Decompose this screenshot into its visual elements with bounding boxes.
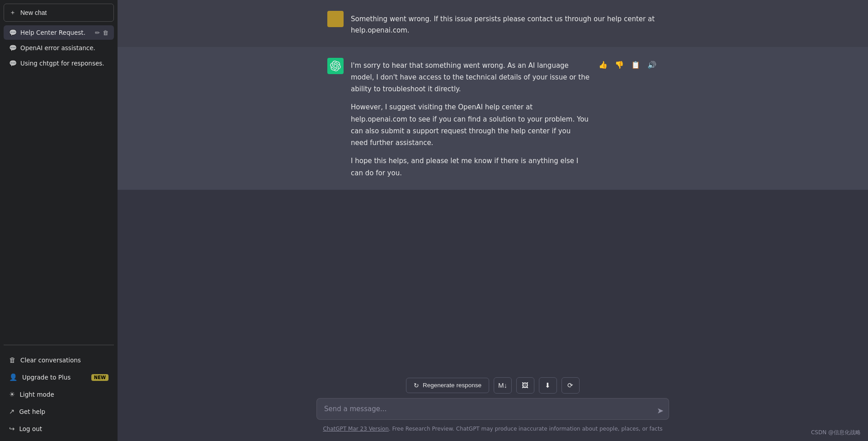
refresh-icon: ⟳ bbox=[567, 381, 573, 389]
edit-chat-button[interactable]: ✏ bbox=[95, 29, 100, 36]
chat-list: 💬Help Center Request.✏🗑💬OpenAI error ass… bbox=[4, 25, 114, 70]
pdf-icon: ⬇ bbox=[545, 381, 551, 389]
chat-item-label: OpenAI error assistance. bbox=[20, 44, 108, 52]
new-chat-label: New chat bbox=[20, 9, 47, 16]
sidebar-item-help-center[interactable]: 💬Help Center Request.✏🗑 bbox=[4, 25, 114, 40]
watermark: CSDN @信息化战略 bbox=[811, 429, 861, 436]
user-message-text: Something went wrong. If this issue pers… bbox=[351, 11, 658, 36]
chat-item-label: Help Center Request. bbox=[20, 29, 91, 36]
md-icon: M↓ bbox=[498, 381, 507, 389]
version-link[interactable]: ChatGPT Mar 23 Version bbox=[323, 426, 388, 432]
new-badge: NEW bbox=[91, 374, 108, 381]
chat-bubble-icon: 💬 bbox=[9, 44, 17, 52]
delete-chat-button[interactable]: 🗑 bbox=[103, 29, 108, 36]
ai-message-actions: 👍👎📋🔊 bbox=[597, 58, 658, 70]
new-chat-button[interactable]: ＋ New chat bbox=[4, 4, 114, 22]
ai-paragraph: I hope this helps, and please let me kno… bbox=[351, 155, 590, 179]
sidebar-top: ＋ New chat 💬Help Center Request.✏🗑💬OpenA… bbox=[0, 0, 118, 342]
chat-messages: Something went wrong. If this issue pers… bbox=[118, 0, 868, 372]
send-button[interactable]: ➤ bbox=[656, 405, 665, 417]
sidebar-item-light-mode[interactable]: ☀Light mode bbox=[4, 386, 114, 403]
speak-button[interactable]: 🔊 bbox=[646, 60, 658, 70]
log-out-icon: ↪ bbox=[9, 425, 15, 433]
chat-actions: ✏🗑 bbox=[95, 29, 108, 36]
message-user-0: Something went wrong. If this issue pers… bbox=[118, 0, 868, 47]
input-area: ↻ Regenerate response M↓ 🖼 ⬇ ⟳ ➤ ChatGP bbox=[118, 372, 868, 441]
sidebar-item-openai-error[interactable]: 💬OpenAI error assistance. bbox=[4, 41, 114, 55]
regen-label: Regenerate response bbox=[423, 382, 481, 389]
sidebar-bottom: 🗑Clear conversations👤Upgrade to PlusNEW☀… bbox=[0, 348, 118, 441]
ai-paragraph: I'm sorry to hear that something went wr… bbox=[351, 60, 590, 95]
user-avatar bbox=[327, 11, 344, 27]
clear-icon: 🗑 bbox=[9, 356, 16, 364]
sidebar-item-using-chatgpt[interactable]: 💬Using chtgpt for responses. bbox=[4, 56, 114, 70]
copy-button[interactable]: 📋 bbox=[629, 60, 642, 70]
regen-row: ↻ Regenerate response M↓ 🖼 ⬇ ⟳ bbox=[406, 377, 580, 394]
chat-bubble-icon: 💬 bbox=[9, 60, 17, 67]
upgrade-icon: 👤 bbox=[9, 373, 18, 381]
plus-icon: ＋ bbox=[9, 9, 16, 17]
input-row: ➤ bbox=[316, 398, 669, 422]
sidebar-item-clear[interactable]: 🗑Clear conversations bbox=[4, 352, 114, 369]
chat-bubble-icon: 💬 bbox=[9, 29, 17, 36]
get-help-icon: ↗ bbox=[9, 408, 15, 416]
ai-avatar bbox=[327, 58, 344, 74]
tool-image-button[interactable]: 🖼 bbox=[516, 377, 534, 394]
sidebar-item-log-out[interactable]: ↪Log out bbox=[4, 420, 114, 437]
sidebar-item-label: Get help bbox=[19, 408, 46, 415]
thumbs-up-button[interactable]: 👍 bbox=[597, 60, 609, 70]
ai-message-text: I'm sorry to hear that something went wr… bbox=[351, 58, 590, 179]
sidebar-divider bbox=[4, 345, 114, 345]
sidebar-item-label: Light mode bbox=[19, 391, 54, 398]
sidebar-item-label: Clear conversations bbox=[20, 357, 81, 364]
sidebar-item-upgrade[interactable]: 👤Upgrade to PlusNEW bbox=[4, 369, 114, 386]
main-content: Something went wrong. If this issue pers… bbox=[118, 0, 868, 441]
sidebar: ＋ New chat 💬Help Center Request.✏🗑💬OpenA… bbox=[0, 0, 118, 441]
regenerate-button[interactable]: ↻ Regenerate response bbox=[406, 378, 489, 393]
tool-md-button[interactable]: M↓ bbox=[494, 377, 512, 394]
tool-refresh-button[interactable]: ⟳ bbox=[561, 377, 580, 394]
image-icon: 🖼 bbox=[522, 381, 528, 389]
tool-pdf-button[interactable]: ⬇ bbox=[539, 377, 557, 394]
sidebar-item-label: Upgrade to Plus bbox=[22, 374, 71, 381]
message-ai-1: I'm sorry to hear that something went wr… bbox=[118, 47, 868, 190]
sidebar-item-get-help[interactable]: ↗Get help bbox=[4, 403, 114, 420]
regen-icon: ↻ bbox=[414, 382, 419, 389]
light-mode-icon: ☀ bbox=[9, 390, 15, 399]
sidebar-item-label: Log out bbox=[19, 425, 42, 432]
send-icon: ➤ bbox=[657, 406, 664, 415]
ai-paragraph: However, I suggest visiting the OpenAI h… bbox=[351, 101, 590, 149]
chat-item-label: Using chtgpt for responses. bbox=[20, 60, 108, 67]
message-input[interactable] bbox=[316, 398, 669, 420]
svg-rect-0 bbox=[331, 14, 340, 23]
footer-text: . Free Research Preview. ChatGPT may pro… bbox=[389, 426, 663, 432]
footer-note: ChatGPT Mar 23 Version. Free Research Pr… bbox=[323, 426, 662, 432]
thumbs-down-button[interactable]: 👎 bbox=[613, 60, 626, 70]
